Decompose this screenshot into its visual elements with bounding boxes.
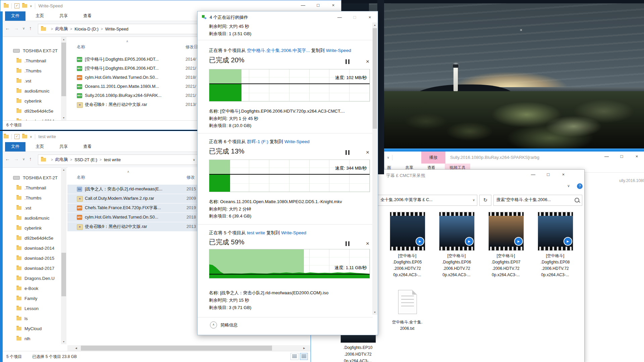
tab-home[interactable]: 主页 bbox=[31, 11, 49, 21]
sidebar-item[interactable]: Dragons.Den.U bbox=[0, 273, 61, 283]
pause-button[interactable] bbox=[344, 240, 352, 247]
ex2-sidebar-scrollbar[interactable]: ▲ ▼ bbox=[61, 167, 66, 344]
scroll-down-icon[interactable]: ▼ bbox=[61, 115, 66, 120]
breadcrumb-drive[interactable]: Kioxia-D (D:) bbox=[74, 27, 99, 32]
close-button[interactable]: × bbox=[362, 12, 377, 22]
close-button[interactable]: × bbox=[629, 152, 644, 162]
new-folder-icon[interactable] bbox=[22, 4, 27, 8]
details-view-button[interactable] bbox=[290, 353, 299, 360]
address-dropdown-icon[interactable]: ∨ bbox=[193, 158, 195, 162]
tab-home[interactable]: 主页 bbox=[31, 142, 49, 152]
sidebar-item[interactable]: Family bbox=[0, 293, 61, 303]
tab-file[interactable]: 文件 bbox=[5, 142, 25, 152]
video-thumbnail-item[interactable]: ▶ [空中格斗].Dogfights.EP08 .2006.HDTV.720p.… bbox=[538, 212, 573, 278]
sidebar-item[interactable]: .Thumbnail bbox=[0, 56, 61, 66]
sidebar-item[interactable]: .vst bbox=[0, 203, 61, 213]
breadcrumb-folder[interactable]: test write bbox=[104, 158, 121, 162]
ribbon-expand-icon[interactable]: ∨ bbox=[567, 184, 570, 188]
maximize-button[interactable]: □ bbox=[541, 170, 556, 180]
new-folder-icon[interactable] bbox=[22, 135, 27, 138]
tab-file[interactable]: 文件 bbox=[5, 11, 25, 21]
search-input[interactable]: 搜索"空中格斗.全十集.2006... bbox=[493, 195, 582, 206]
scroll-down-icon[interactable]: ▼ bbox=[61, 339, 66, 344]
sidebar-item[interactable]: audio&music bbox=[0, 213, 61, 223]
breadcrumb-folder[interactable]: Write-Speed bbox=[105, 27, 128, 32]
scroll-right-icon[interactable]: ▶ bbox=[302, 345, 307, 351]
minimize-button[interactable]: — bbox=[296, 0, 311, 10]
sidebar-item[interactable]: .Thumbnail bbox=[0, 183, 61, 193]
cancel-button[interactable]: × bbox=[364, 58, 371, 65]
sidebar-item[interactable]: cyberlink bbox=[0, 223, 61, 233]
tab-view[interactable]: 查看 bbox=[78, 11, 96, 21]
text-file-icon[interactable] bbox=[398, 290, 417, 314]
qat-dropdown-icon[interactable]: ∨ bbox=[30, 4, 32, 8]
dialog-scrollbar[interactable]: ▲ ▼ bbox=[372, 22, 377, 315]
cancel-button[interactable]: × bbox=[364, 240, 371, 247]
refresh-button[interactable]: ↻ bbox=[479, 195, 491, 206]
sidebar-item[interactable]: download-2014 bbox=[0, 243, 61, 253]
video-thumbnail-item[interactable]: ▶ [空中格斗].Dogfights.EP05 .2006.HDTV.720p.… bbox=[390, 212, 425, 278]
sidebar-item[interactable]: e-Book bbox=[0, 283, 61, 293]
cancel-button[interactable]: × bbox=[364, 149, 371, 156]
sidebar-item[interactable]: Lesson bbox=[0, 303, 61, 313]
column-header-name[interactable]: 名称 bbox=[77, 44, 85, 50]
scroll-down-icon[interactable]: ▼ bbox=[372, 310, 377, 315]
pause-button[interactable] bbox=[344, 58, 352, 65]
search-icon[interactable] bbox=[575, 198, 579, 202]
scroll-left-icon[interactable]: ◀ bbox=[73, 345, 79, 351]
sidebar-item[interactable]: TOSHIBA EXT-2T bbox=[0, 46, 61, 56]
minimize-button[interactable]: — bbox=[599, 152, 614, 162]
less-details-button[interactable]: ∧ 简略信息 bbox=[210, 321, 238, 328]
close-button[interactable]: × bbox=[556, 170, 571, 180]
help-icon[interactable]: ? bbox=[577, 183, 583, 189]
video-seek-bar[interactable] bbox=[341, 148, 644, 152]
sidebar-item[interactable]: download-2015 bbox=[0, 253, 61, 263]
scroll-up-icon[interactable]: ▲ bbox=[61, 37, 66, 42]
recent-locations-icon[interactable]: ∨ bbox=[22, 26, 25, 30]
video-thumbnail-item[interactable]: ▶ [空中格斗].Dogfights.EP07 .2006.HDTV.720p.… bbox=[488, 212, 523, 278]
breadcrumb-this-pc[interactable]: 此电脑 bbox=[55, 157, 68, 163]
properties-check-icon[interactable]: ✓ bbox=[14, 3, 19, 8]
back-icon[interactable]: ← bbox=[5, 156, 10, 162]
sort-ascending-icon[interactable]: ∧ bbox=[126, 40, 128, 43]
recent-locations-icon[interactable]: ∨ bbox=[22, 157, 25, 161]
scrollbar-thumb[interactable] bbox=[61, 43, 66, 96]
destination-link[interactable]: Write-Speed bbox=[326, 48, 351, 53]
sidebar-item[interactable]: .Thumbs bbox=[0, 193, 61, 203]
source-link[interactable]: 群晖-1 (F:) bbox=[247, 139, 268, 144]
sidebar-item[interactable]: download-2014 bbox=[0, 116, 61, 120]
chevron-down-icon[interactable]: ∨ bbox=[473, 195, 475, 205]
sidebar-item[interactable]: audio&music bbox=[0, 86, 61, 96]
tab-view[interactable]: 查看 bbox=[78, 142, 96, 152]
back-icon[interactable]: ← bbox=[5, 25, 10, 31]
maximize-button[interactable]: □ bbox=[614, 152, 629, 162]
sidebar-item[interactable]: d92be64d4c5e bbox=[0, 233, 61, 243]
forward-icon[interactable]: → bbox=[14, 156, 19, 162]
scrollbar-thumb[interactable] bbox=[373, 28, 377, 129]
ex1-sidebar-scrollbar[interactable]: ▲ ▼ bbox=[61, 37, 66, 120]
close-button[interactable]: × bbox=[326, 0, 341, 10]
pause-button[interactable] bbox=[344, 149, 352, 156]
scrollbar-thumb[interactable] bbox=[81, 346, 272, 351]
sidebar-item[interactable]: nlh bbox=[0, 334, 61, 344]
up-icon[interactable]: ↑ bbox=[29, 25, 32, 31]
destination-link[interactable]: Write-Speed bbox=[281, 230, 306, 235]
breadcrumb-drive[interactable]: SSD-2T (E:) bbox=[74, 158, 97, 162]
sidebar-item[interactable]: TOSHIBA EXT-2T bbox=[0, 173, 61, 183]
column-header-modified[interactable]: 修改 bbox=[186, 175, 195, 180]
tab-share[interactable]: 共享 bbox=[55, 11, 72, 21]
tab-share[interactable]: 共享 bbox=[55, 142, 72, 152]
sidebar-item[interactable]: cyberlink bbox=[0, 96, 61, 106]
breadcrumb-this-pc[interactable]: 此电脑 bbox=[55, 26, 68, 32]
sidebar-item[interactable]: download-2017 bbox=[0, 263, 61, 273]
tab-play[interactable]: 播放 bbox=[421, 152, 445, 164]
sidebar-item[interactable]: ls bbox=[0, 313, 61, 323]
source-link[interactable]: test write bbox=[247, 230, 265, 235]
properties-check-icon[interactable]: ✓ bbox=[14, 134, 19, 139]
video-thumbnail-item[interactable]: ▶ [空中格斗].Dogfights.EP06 .2006.HDTV.720p.… bbox=[439, 212, 474, 278]
up-icon[interactable]: ↑ bbox=[29, 156, 32, 162]
partial-video-thumbnail[interactable] bbox=[340, 335, 376, 343]
scroll-up-icon[interactable]: ▲ bbox=[61, 167, 66, 172]
destination-link[interactable]: Write-Speed bbox=[284, 139, 310, 144]
sidebar-item[interactable]: MyCloud bbox=[0, 323, 61, 334]
